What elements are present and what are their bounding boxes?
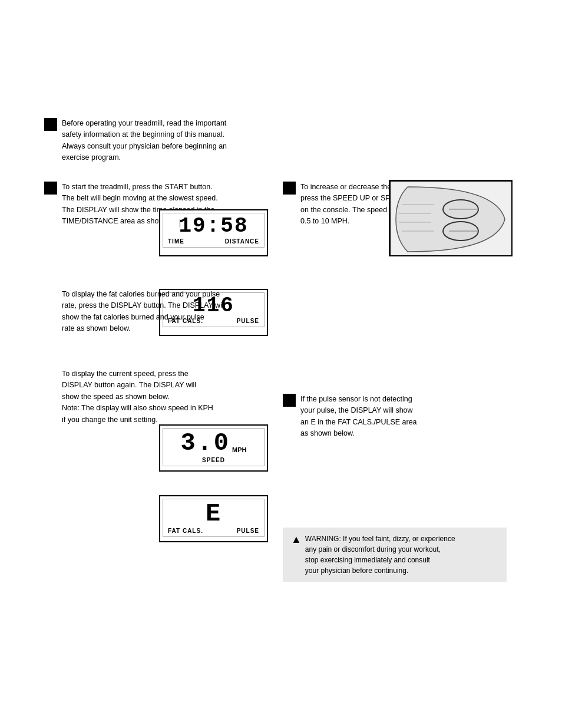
section-marker-2 [44, 182, 57, 195]
error-labels: FAT CALS. PULSE [168, 528, 259, 534]
section-marker-3 [283, 182, 296, 195]
error-pulse-label: PULSE [237, 528, 259, 534]
time-distance-labels: TIME DISTANCE [168, 238, 259, 245]
button-panel-image [389, 180, 513, 256]
time-label: TIME [168, 238, 184, 245]
speed-unit: MPH [232, 446, 246, 453]
warning-box: ▲ WARNING: If you feel faint, dizzy, or … [283, 528, 507, 582]
speed-row: 3.0 MPH [180, 431, 246, 456]
warning-text: WARNING: If you feel faint, dizzy, or ex… [305, 533, 498, 576]
text-block-4: To display the fat calories burned and y… [62, 289, 262, 335]
speed-label: SPEED [168, 457, 259, 463]
error-value: E [206, 502, 222, 526]
section-marker-4 [283, 394, 296, 407]
time-distance-value: 19:58 [178, 216, 248, 237]
error-fat-label: FAT CALS. [168, 528, 203, 534]
section-marker-1 [44, 118, 57, 131]
text-block-6: If the pulse sensor is not detecting you… [300, 394, 483, 440]
text-block-1: Before operating your treadmill, read th… [62, 118, 262, 164]
lcd-error: E FAT CALS. PULSE [159, 495, 268, 542]
text-block-5: To display the current speed, press the … [62, 368, 262, 426]
warning-icon: ▲ [291, 533, 302, 546]
tick-mark [180, 219, 180, 228]
speed-value: 3.0 [180, 431, 230, 456]
page-content: Before operating your treadmill, read th… [0, 0, 562, 728]
lcd-time-distance: 19:58 TIME DISTANCE [159, 209, 268, 256]
lcd-speed: 3.0 MPH SPEED [159, 424, 268, 472]
distance-label: DISTANCE [225, 238, 259, 245]
